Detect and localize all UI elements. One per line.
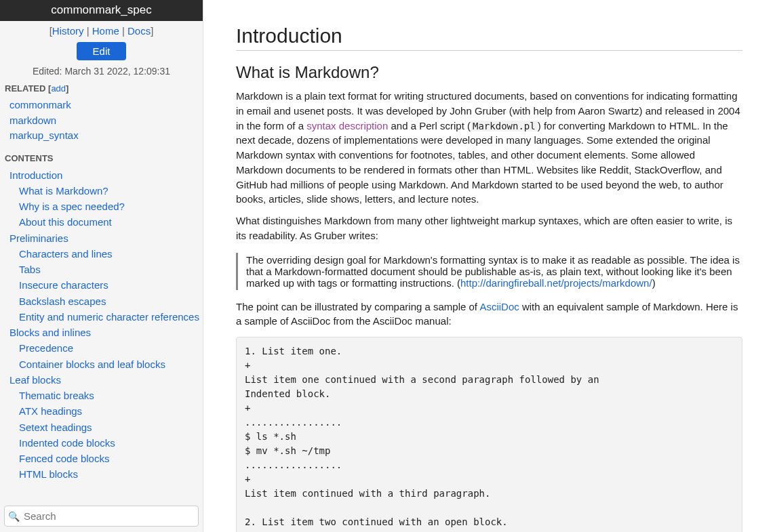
toc-item[interactable]: Insecure characters xyxy=(9,277,203,293)
toc: IntroductionWhat is Markdown?Why is a sp… xyxy=(0,166,203,501)
markdown-pl-code: Markdown.pl xyxy=(471,121,538,131)
edited-timestamp: Edited: March 31 2022, 12:09:31 xyxy=(0,66,203,81)
toc-item[interactable]: Indented code blocks xyxy=(9,435,203,451)
toc-item[interactable]: Container blocks and leaf blocks xyxy=(9,356,203,372)
history-link[interactable]: History xyxy=(52,25,84,37)
toc-item[interactable]: Characters and lines xyxy=(9,246,203,262)
asciidoc-sample-code: 1. List item one. + List item one contin… xyxy=(236,337,742,532)
top-nav: [History | Home | Docs] xyxy=(0,21,203,41)
intro-paragraph-3: The point can be illustrated by comparin… xyxy=(236,300,742,329)
syntax-description-link[interactable]: syntax description xyxy=(306,120,388,131)
home-link[interactable]: Home xyxy=(92,25,119,37)
toc-section[interactable]: Introduction xyxy=(9,167,203,183)
toc-item[interactable]: Backslash escapes xyxy=(9,293,203,309)
toc-item[interactable]: Thematic breaks xyxy=(9,388,203,403)
related-link[interactable]: markdown xyxy=(9,113,203,129)
doc-h2: What is Markdown? xyxy=(236,63,742,82)
related-list: commonmarkmarkdownmarkup_syntax xyxy=(0,96,203,150)
toc-item[interactable]: What is Markdown? xyxy=(9,183,203,199)
asciidoc-link[interactable]: AsciiDoc xyxy=(479,301,519,312)
toc-item[interactable]: Setext headings xyxy=(9,420,203,435)
toc-section[interactable]: Preliminaries xyxy=(9,230,203,246)
doc-h1: Introduction xyxy=(236,24,742,51)
sidebar: commonmark_spec [History | Home | Docs] … xyxy=(0,0,203,532)
toc-section[interactable]: Leaf blocks xyxy=(9,372,203,388)
toc-item[interactable]: ATX headings xyxy=(9,403,203,419)
search-input[interactable] xyxy=(4,506,199,527)
document-body: Introduction What is Markdown? Markdown … xyxy=(203,0,775,532)
intro-paragraph-1: Markdown is a plain text format for writ… xyxy=(236,89,742,207)
toc-section[interactable]: Blocks and inlines xyxy=(9,325,203,340)
related-link[interactable]: markup_syntax xyxy=(9,128,203,144)
daringfireball-link[interactable]: http://daringfireball.net/projects/markd… xyxy=(460,277,652,289)
docs-link[interactable]: Docs xyxy=(127,25,151,37)
related-heading: RELATED [add] xyxy=(0,81,203,96)
related-link[interactable]: commonmark xyxy=(9,98,203,113)
contents-heading: CONTENTS xyxy=(0,150,203,166)
toc-item[interactable]: Precedence xyxy=(9,340,203,356)
toc-item[interactable]: Entity and numeric character references xyxy=(9,309,203,325)
toc-item[interactable]: Why is a spec needed? xyxy=(9,199,203,214)
toc-item[interactable]: HTML blocks xyxy=(9,466,203,482)
toc-item[interactable]: About this document xyxy=(9,214,203,230)
edit-button[interactable]: Edit xyxy=(77,42,127,60)
gruber-quote: The overriding design goal for Markdown'… xyxy=(236,253,742,290)
add-related-link[interactable]: add xyxy=(51,83,66,94)
page-title: commonmark_spec xyxy=(0,0,203,21)
intro-paragraph-2: What distinguishes Markdown from many ot… xyxy=(236,213,742,243)
toc-item[interactable]: Tabs xyxy=(9,262,203,277)
toc-item[interactable]: Fenced code blocks xyxy=(9,451,203,466)
